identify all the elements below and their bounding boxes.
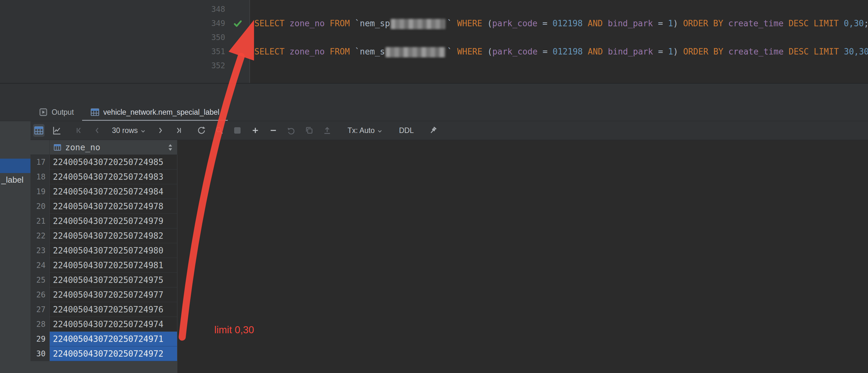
code-text[interactable] — [250, 59, 868, 73]
table-icon — [90, 108, 99, 116]
tree-item-label-partial[interactable]: _label — [1, 175, 23, 185]
code-token: = — [542, 19, 552, 28]
editor-line[interactable]: 352 — [206, 59, 868, 73]
code-token: `nem_sp — [355, 19, 390, 28]
code-text[interactable] — [250, 2, 868, 16]
code-text[interactable]: SELECT zone_no FROM `nem_sp` WHERE (park… — [250, 16, 868, 30]
tab-output[interactable]: Output — [30, 103, 82, 121]
code-token: ` — [447, 19, 457, 28]
find-icon[interactable] — [214, 124, 225, 137]
code-text[interactable] — [250, 30, 868, 44]
tab-output-label: Output — [52, 108, 74, 116]
zone-no-cell[interactable]: 2240050430720250724975 — [50, 273, 177, 287]
editor-line[interactable]: 349SELECT zone_no FROM `nem_sp` WHERE (p… — [206, 16, 868, 30]
zone-no-cell[interactable]: 2240050430720250724984 — [50, 184, 177, 199]
output-icon — [39, 108, 48, 116]
table-row[interactable]: 242240050430720250724981 — [30, 258, 868, 273]
tab-table-result[interactable]: vehicle_network.nem_special_label — [82, 103, 228, 121]
code-token: LIMIT — [813, 19, 844, 28]
table-row[interactable]: 232240050430720250724980 — [30, 243, 868, 258]
gutter-mark-spacer — [225, 30, 250, 44]
zone-no-cell[interactable]: 2240050430720250724972 — [50, 346, 177, 361]
code-token: FROM — [330, 47, 355, 57]
code-token: SELECT — [254, 19, 290, 28]
result-toolbar: 30 rows — [30, 121, 868, 140]
export-data-icon[interactable] — [231, 124, 243, 137]
reload-icon[interactable] — [196, 124, 207, 137]
editor-line[interactable]: 350 — [206, 30, 868, 44]
code-token: 30,30 — [844, 47, 868, 57]
editor-line[interactable]: 348 — [206, 2, 868, 16]
table-row[interactable]: 202240050430720250724978 — [30, 199, 868, 214]
previous-page-icon[interactable] — [91, 124, 103, 137]
zone-no-cell[interactable]: 2240050430720250724971 — [50, 332, 177, 346]
table-row[interactable]: 272240050430720250724976 — [30, 302, 868, 317]
zone-no-cell[interactable]: 2240050430720250724978 — [50, 199, 177, 214]
zone-no-cell[interactable]: 2240050430720250724985 — [50, 155, 177, 170]
table-row[interactable]: 302240050430720250724972 — [30, 346, 868, 361]
copy-icon[interactable] — [304, 124, 315, 137]
editor-lines: 348349SELECT zone_no FROM `nem_sp` WHERE… — [206, 2, 868, 73]
code-token: 1 — [668, 47, 673, 57]
ddl-label: DDL — [399, 126, 414, 135]
code-token: bind_park — [608, 19, 658, 28]
editor-line[interactable]: 351SELECT zone_no FROM `nem_s` WHERE (pa… — [206, 44, 868, 59]
table-view-icon[interactable] — [33, 124, 44, 137]
chart-view-icon[interactable] — [51, 124, 63, 137]
sql-editor[interactable]: 348349SELECT zone_no FROM `nem_sp` WHERE… — [206, 0, 868, 83]
tx-mode-dropdown[interactable]: Tx: Auto — [345, 124, 385, 137]
row-number-cell: 21 — [30, 214, 50, 229]
code-token: 1 — [668, 19, 673, 28]
code-token: ) — [673, 19, 683, 28]
gutter-mark-spacer — [225, 44, 250, 59]
code-token: AND — [588, 19, 608, 28]
line-number: 349 — [206, 16, 225, 30]
zone-no-cell[interactable]: 2240050430720250724980 — [50, 243, 177, 258]
result-grid: zone_no 17224005043072025072498518224005… — [30, 140, 868, 373]
next-page-icon[interactable] — [155, 124, 166, 137]
first-page-icon[interactable] — [73, 124, 85, 137]
table-row[interactable]: 262240050430720250724977 — [30, 287, 868, 302]
submit-icon[interactable] — [321, 124, 333, 137]
column-header-zone-no[interactable]: zone_no — [50, 140, 177, 155]
delete-row-icon[interactable] — [268, 124, 279, 137]
zone-no-cell[interactable]: 2240050430720250724979 — [50, 214, 177, 229]
page-size-label: 30 rows — [112, 126, 138, 135]
grid-rows: 1722400504307202507249851822400504307202… — [30, 155, 868, 361]
ddl-button[interactable]: DDL — [397, 124, 416, 137]
table-row[interactable]: 212240050430720250724979 — [30, 214, 868, 229]
zone-no-cell[interactable]: 2240050430720250724983 — [50, 170, 177, 184]
zone-no-cell[interactable]: 2240050430720250724974 — [50, 317, 177, 332]
panel-separator — [0, 83, 868, 103]
table-row[interactable]: 192240050430720250724984 — [30, 184, 868, 199]
zone-no-cell[interactable]: 2240050430720250724981 — [50, 258, 177, 273]
zone-no-cell[interactable]: 2240050430720250724976 — [50, 302, 177, 317]
redacted-blur — [385, 47, 445, 57]
code-token: ORDER BY — [683, 47, 728, 57]
sort-icon[interactable] — [167, 143, 173, 151]
code-token: DESC — [789, 47, 814, 57]
table-row[interactable]: 252240050430720250724975 — [30, 273, 868, 287]
table-row[interactable]: 182240050430720250724983 — [30, 170, 868, 184]
add-row-icon[interactable] — [250, 124, 261, 137]
zone-no-cell[interactable]: 2240050430720250724977 — [50, 287, 177, 302]
zone-no-cell[interactable]: 2240050430720250724982 — [50, 229, 177, 243]
page-size-dropdown[interactable]: 30 rows — [110, 124, 148, 137]
grid-corner-cell[interactable] — [30, 140, 50, 155]
table-row[interactable]: 172240050430720250724985 — [30, 155, 868, 170]
code-token: 012198 — [552, 19, 588, 28]
code-token: park_code — [492, 19, 543, 28]
last-page-icon[interactable] — [173, 124, 184, 137]
table-row[interactable]: 222240050430720250724982 — [30, 229, 868, 243]
pin-icon[interactable] — [427, 124, 439, 137]
code-text[interactable]: SELECT zone_no FROM `nem_s` WHERE (park_… — [250, 44, 868, 59]
code-token: DESC — [788, 19, 813, 28]
row-number-cell: 29 — [30, 332, 50, 346]
tx-mode-label: Tx: Auto — [348, 126, 375, 135]
table-row[interactable]: 292240050430720250724971 — [30, 332, 868, 346]
table-row[interactable]: 282240050430720250724974 — [30, 317, 868, 332]
gutter-mark-spacer — [225, 2, 250, 16]
tree-selected-row[interactable] — [0, 159, 30, 173]
grid-header-row: zone_no — [30, 140, 868, 155]
revert-icon[interactable] — [285, 124, 297, 137]
